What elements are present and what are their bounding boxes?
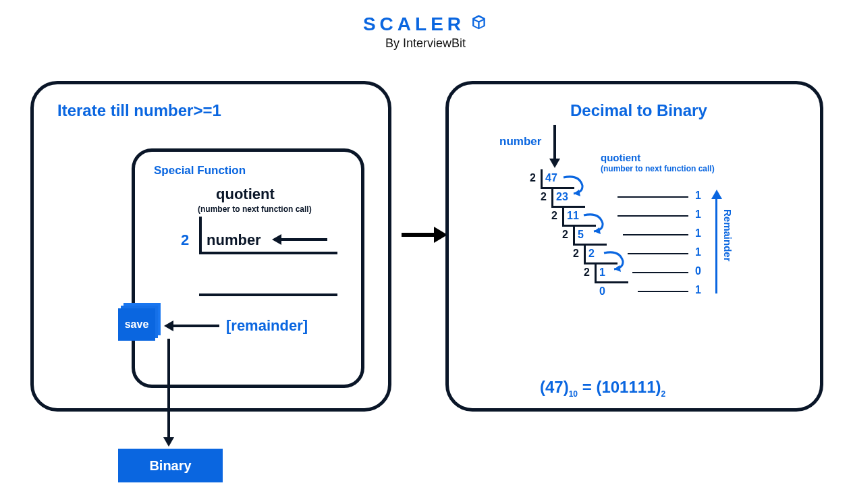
curve-arrow-3 [601,248,634,275]
divisor-1: 2 [541,191,547,203]
stair-h3 [573,244,607,246]
cube-icon [469,13,488,35]
rem-line-1 [617,215,688,217]
stair-v5 [595,264,597,283]
curve-arrow-2 [580,210,614,237]
save-block-front: save [118,308,155,341]
binary-output-box: Binary [118,449,223,482]
remainder-0: 1 [695,190,701,202]
remainder-column-label: Remainder [722,209,734,262]
value-2: 11 [567,210,579,222]
binary-label: Binary [149,458,191,474]
right-panel: Decimal to Binary number quotient (numbe… [445,81,823,412]
stair-v1 [551,188,553,207]
stair-v0 [541,169,543,188]
save-to-binary-line [167,339,170,439]
rem-line-4 [632,272,688,273]
division-vertical-line [199,217,202,254]
divisor-0: 2 [530,172,536,184]
connector-arrow-icon [402,233,435,237]
save-label: save [125,318,149,331]
number-arrow-head [272,234,281,245]
save-to-binary-head [163,437,174,447]
remainder-up-line [715,198,717,293]
iterate-title: Iterate till number>=1 [57,101,221,120]
divisor-2: 2 [551,210,557,222]
stair-v3 [573,226,575,245]
remainder-2: 1 [695,227,701,240]
number-down-line [553,125,556,160]
remainder-3: 1 [695,246,701,258]
brand-logo: SCALER By InterviewBit [363,13,488,51]
result-equation: (47)10 = (101111)2 [540,378,665,399]
number-down-head [549,159,560,168]
value-0: 47 [545,172,557,184]
decimal-to-binary-title: Decimal to Binary [570,101,707,120]
divisor-value: 2 [181,231,189,249]
stair-h5 [595,281,628,283]
result-decimal-base: 10 [569,389,578,399]
quotient-label-right: quotient [601,152,640,163]
quotient-sublabel-right: (number to next function call) [601,164,715,173]
remainder-label: [remainder] [226,317,308,335]
left-panel: Iterate till number>=1 Special Function … [30,81,391,412]
number-arrow-line [280,238,327,241]
special-function-box: Special Function quotient (number to nex… [132,148,364,388]
rem-line-0 [617,196,688,198]
number-label-right: number [499,135,541,148]
result-equals: = [582,378,597,396]
special-function-label: Special Function [154,164,246,177]
remainder-arrow-line [172,325,219,327]
rem-line-5 [638,291,688,292]
result-binary-base: 2 [661,389,665,399]
remainder-up-head [711,190,722,199]
brand-text: SCALER [363,13,465,35]
divisor-3: 2 [562,229,568,241]
quotient-label: quotient [216,186,275,203]
division-bottom-line [199,293,337,296]
stair-v2 [562,207,564,226]
number-label: number [207,231,261,249]
remainder-4: 0 [695,265,701,277]
stair-h1 [551,206,585,208]
remainder-arrow-head [164,320,173,331]
remainder-5: 1 [695,284,701,296]
remainder-1: 1 [695,208,701,221]
division-horizontal-line [199,252,337,254]
quotient-sublabel: (number to next function call) [198,204,312,214]
stair-v4 [584,245,586,264]
rem-line-3 [628,253,688,254]
value-4: 2 [588,248,595,260]
curve-arrow-1 [560,172,594,199]
value-6: 0 [599,285,605,298]
brand-byline: By InterviewBit [363,36,488,51]
result-binary: (101111) [596,378,661,396]
divisor-5: 2 [584,267,590,279]
result-decimal: (47) [540,378,569,396]
rem-line-2 [623,234,688,235]
divisor-4: 2 [573,248,579,260]
